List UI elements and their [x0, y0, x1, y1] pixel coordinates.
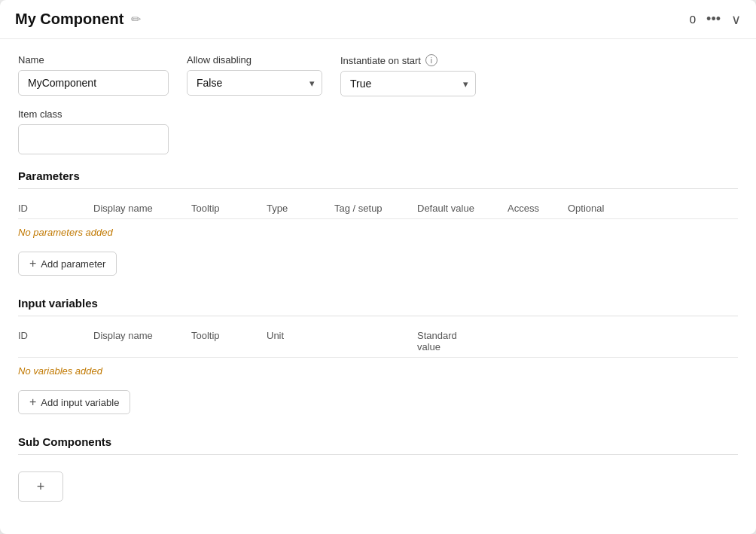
header: My Component ✏ 0 ••• ∨: [0, 0, 756, 39]
item-class-label: Item class: [18, 108, 738, 120]
sub-component-plus-icon: +: [37, 479, 45, 495]
instantiate-select-wrapper: True False ▾: [340, 71, 476, 96]
add-sub-component-button[interactable]: +: [18, 471, 63, 502]
more-options-icon[interactable]: •••: [706, 11, 721, 27]
input-variables-section-header: Input variables: [18, 297, 738, 316]
var-col-display: Display name: [93, 330, 191, 352]
add-variable-plus-icon: +: [29, 396, 36, 408]
fields-row-1: Name Allow disabling False True ▾ Instan…: [18, 54, 738, 96]
input-variables-section: Input variables ID Display name Tooltip …: [18, 297, 738, 414]
input-variables-empty-message: No variables added: [18, 358, 738, 384]
param-col-display: Display name: [93, 203, 191, 214]
header-right: 0 ••• ∨: [690, 11, 741, 28]
add-parameter-button[interactable]: + Add parameter: [18, 252, 117, 276]
param-col-default: Default value: [417, 203, 508, 214]
sub-components-section: Sub Components +: [18, 435, 738, 502]
add-variable-label: Add input variable: [41, 397, 119, 408]
param-col-tooltip: Tooltip: [191, 203, 267, 214]
instantiate-label: Instantiate on start i: [340, 54, 476, 66]
param-col-access: Access: [508, 203, 568, 214]
allow-disabling-field-group: Allow disabling False True ▾: [187, 54, 322, 96]
name-label: Name: [18, 54, 169, 66]
content: Name Allow disabling False True ▾ Instan…: [0, 39, 756, 517]
name-field-group: Name: [18, 54, 169, 96]
name-input[interactable]: [18, 70, 169, 96]
param-col-type: Type: [267, 203, 334, 214]
add-parameter-label: Add parameter: [41, 258, 105, 270]
add-parameter-plus-icon: +: [29, 258, 36, 270]
sub-components-section-header: Sub Components: [18, 435, 738, 455]
allow-disabling-label: Allow disabling: [187, 54, 322, 66]
var-col-standard: Standardvalue: [417, 330, 508, 352]
var-col-unit: Unit: [267, 330, 417, 352]
allow-disabling-select-wrapper: False True ▾: [187, 70, 322, 96]
input-variables-table: ID Display name Tooltip Unit Standardval…: [18, 325, 738, 414]
page-title: My Component: [15, 11, 123, 28]
main-window: My Component ✏ 0 ••• ∨ Name Allow disabl…: [0, 0, 756, 534]
parameters-table-header: ID Display name Tooltip Type Tag / setup…: [18, 198, 738, 219]
add-input-variable-button[interactable]: + Add input variable: [18, 390, 130, 414]
instantiate-select[interactable]: True False: [340, 71, 476, 96]
param-col-tag: Tag / setup: [334, 203, 417, 214]
parameters-section: Parameters ID Display name Tooltip Type …: [18, 169, 738, 276]
item-class-field-group: Item class: [18, 108, 738, 154]
var-col-tooltip: Tooltip: [191, 330, 267, 352]
allow-disabling-select[interactable]: False True: [187, 70, 322, 96]
param-col-id: ID: [18, 203, 93, 214]
header-left: My Component ✏: [15, 11, 141, 28]
count-badge: 0: [690, 13, 696, 26]
collapse-icon[interactable]: ∨: [731, 11, 741, 28]
parameters-table: ID Display name Tooltip Type Tag / setup…: [18, 198, 738, 276]
edit-icon[interactable]: ✏: [131, 12, 141, 26]
var-col-id: ID: [18, 330, 93, 352]
item-class-input[interactable]: [18, 124, 169, 154]
instantiate-info-icon[interactable]: i: [425, 54, 437, 66]
input-variables-table-header: ID Display name Tooltip Unit Standardval…: [18, 325, 738, 358]
parameters-empty-message: No parameters added: [18, 219, 738, 246]
instantiate-field-group: Instantiate on start i True False ▾: [340, 54, 476, 96]
parameters-section-header: Parameters: [18, 169, 738, 189]
param-col-optional: Optional: [568, 203, 628, 214]
